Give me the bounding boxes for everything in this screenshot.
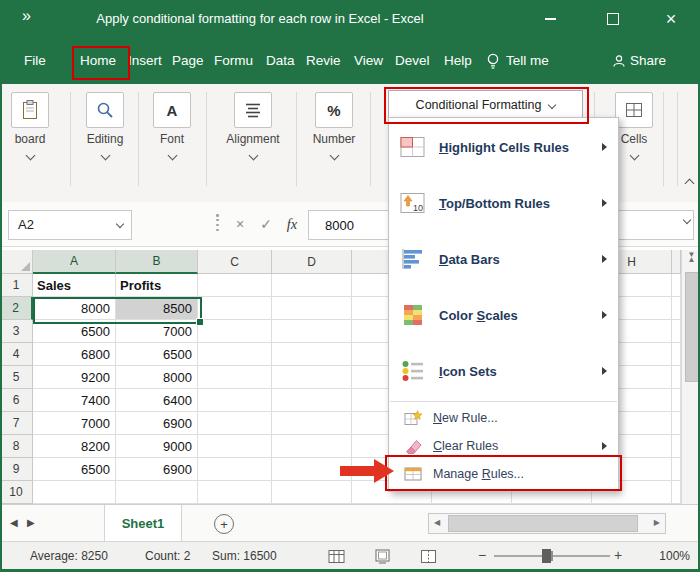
vertical-scrollbar-thumb[interactable] xyxy=(685,272,699,382)
cell[interactable] xyxy=(272,412,352,435)
horizontal-scrollbar[interactable]: ◀ ▶ xyxy=(428,513,666,534)
tab-help[interactable]: Help xyxy=(444,38,472,84)
zoom-level[interactable]: 100% xyxy=(638,549,690,563)
row-header-6[interactable]: 6 xyxy=(0,389,33,412)
cell[interactable] xyxy=(198,366,272,389)
cell-B8[interactable]: 9000 xyxy=(116,435,198,458)
cell-B10[interactable] xyxy=(116,481,198,504)
cell[interactable] xyxy=(272,297,352,320)
sheet-tab-sheet1[interactable]: Sheet1 xyxy=(104,505,182,544)
tab-page-layout[interactable]: Page xyxy=(172,38,204,84)
cell-A9[interactable]: 6500 xyxy=(33,458,116,481)
cell-A6[interactable]: 7400 xyxy=(33,389,116,412)
tab-formulas[interactable]: Formu xyxy=(214,38,253,84)
cell-B1[interactable]: Profits xyxy=(116,274,198,297)
tab-developer[interactable]: Devel xyxy=(395,38,430,84)
minimize-button[interactable] xyxy=(527,0,573,38)
cell-A7[interactable]: 7000 xyxy=(33,412,116,435)
zoom-in-button[interactable]: + xyxy=(614,547,622,563)
cell-A3[interactable]: 6500 xyxy=(33,320,116,343)
scroll-left-arrow[interactable]: ◀ xyxy=(434,518,440,527)
collapse-ribbon-button[interactable] xyxy=(681,176,697,190)
cancel-button[interactable]: × xyxy=(228,210,252,238)
sheet-nav-left-button[interactable]: ◀ xyxy=(10,517,18,528)
tab-data[interactable]: Data xyxy=(266,38,295,84)
view-normal-icon[interactable] xyxy=(327,548,345,564)
menu-item-top-bottom-rules[interactable]: 10 Top/Bottom Rules xyxy=(389,175,618,231)
ribbon-group-clipboard[interactable]: board xyxy=(0,84,66,196)
row-header-3[interactable]: 3 xyxy=(0,320,33,343)
cell[interactable] xyxy=(198,435,272,458)
cell[interactable] xyxy=(198,274,272,297)
cell[interactable] xyxy=(198,320,272,343)
tab-file[interactable]: File xyxy=(24,38,46,84)
insert-function-button[interactable]: fx xyxy=(280,210,304,238)
cell-A2-active[interactable]: 8000 xyxy=(33,297,116,320)
row-header-2[interactable]: 2 xyxy=(0,297,33,320)
row-header-10[interactable]: 10 xyxy=(0,481,33,504)
menu-item-highlight-cells-rules[interactable]: Highlight Cells Rules xyxy=(389,119,618,175)
row-header-7[interactable]: 7 xyxy=(0,412,33,435)
cell[interactable] xyxy=(272,481,352,504)
cell[interactable] xyxy=(198,297,272,320)
col-header-A[interactable]: A xyxy=(33,250,116,274)
row-header-4[interactable]: 4 xyxy=(0,343,33,366)
cell[interactable] xyxy=(272,343,352,366)
row-header-1[interactable]: 1 xyxy=(0,274,33,297)
select-all-corner[interactable] xyxy=(0,250,33,274)
tab-insert[interactable]: Insert xyxy=(128,38,162,84)
cell[interactable] xyxy=(198,343,272,366)
menu-item-new-rule[interactable]: New Rule... xyxy=(389,404,618,432)
cell-B4[interactable]: 6500 xyxy=(116,343,198,366)
menu-item-color-scales[interactable]: Color Scales xyxy=(389,287,618,343)
cell-B5[interactable]: 8000 xyxy=(116,366,198,389)
share-button[interactable]: Share xyxy=(630,38,666,84)
cell[interactable] xyxy=(272,435,352,458)
cell[interactable] xyxy=(272,366,352,389)
ribbon-group-number[interactable]: % Number xyxy=(298,84,370,196)
col-header-D[interactable]: D xyxy=(272,250,352,274)
cell[interactable] xyxy=(272,389,352,412)
zoom-slider-thumb[interactable] xyxy=(542,549,551,563)
cell-A1[interactable]: Sales xyxy=(33,274,116,297)
cell-A8[interactable]: 8200 xyxy=(33,435,116,458)
view-page-break-icon[interactable] xyxy=(419,548,437,564)
cell-A4[interactable]: 6800 xyxy=(33,343,116,366)
maximize-button[interactable] xyxy=(590,0,636,38)
cell[interactable] xyxy=(198,458,272,481)
cell-A5[interactable]: 9200 xyxy=(33,366,116,389)
cell[interactable] xyxy=(198,389,272,412)
col-header-B[interactable]: B xyxy=(116,250,198,274)
view-page-layout-icon[interactable] xyxy=(373,548,391,564)
cell[interactable] xyxy=(198,481,272,504)
close-button[interactable]: × xyxy=(648,0,694,38)
zoom-out-button[interactable]: − xyxy=(478,547,486,563)
row-header-5[interactable]: 5 xyxy=(0,366,33,389)
formula-bar-resize-handle[interactable] xyxy=(216,214,219,231)
ribbon-group-font[interactable]: A Font xyxy=(140,84,204,196)
add-sheet-button[interactable]: + xyxy=(214,514,234,534)
horizontal-scrollbar-thumb[interactable] xyxy=(448,515,638,532)
row-header-8[interactable]: 8 xyxy=(0,435,33,458)
cell[interactable] xyxy=(198,412,272,435)
col-header-C[interactable]: C xyxy=(198,250,272,274)
cell-A10[interactable] xyxy=(33,481,116,504)
row-header-9[interactable]: 9 xyxy=(0,458,33,481)
cell-B7[interactable]: 6900 xyxy=(116,412,198,435)
cell-B2-selected[interactable]: 8500 xyxy=(116,297,198,320)
ribbon-group-alignment[interactable]: Alignment xyxy=(208,84,298,196)
menu-item-data-bars[interactable]: Data Bars xyxy=(389,231,618,287)
tab-review[interactable]: Revie xyxy=(306,38,341,84)
scroll-right-arrow[interactable]: ▶ xyxy=(654,518,660,527)
cell[interactable] xyxy=(272,274,352,297)
menu-item-icon-sets[interactable]: Icon Sets xyxy=(389,343,618,399)
enter-button[interactable]: ✓ xyxy=(254,210,278,238)
tab-view[interactable]: View xyxy=(354,38,383,84)
sheet-nav-right-button[interactable]: ▶ xyxy=(27,517,35,528)
cell-B9[interactable]: 6900 xyxy=(116,458,198,481)
ribbon-group-editing[interactable]: Editing xyxy=(72,84,138,196)
tell-me-button[interactable]: Tell me xyxy=(506,38,549,84)
quick-access-more-button[interactable]: » xyxy=(22,7,31,25)
cell-B3[interactable]: 7000 xyxy=(116,320,198,343)
cell[interactable] xyxy=(272,320,352,343)
